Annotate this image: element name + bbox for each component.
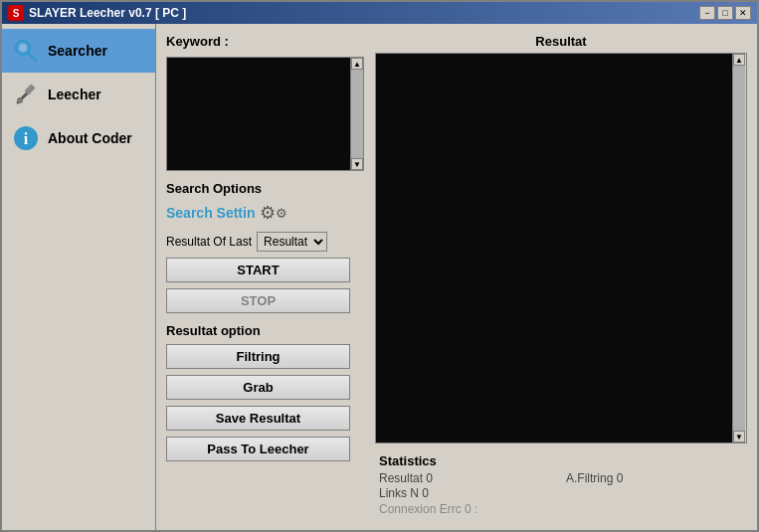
resultat-panel-title: Resultat (375, 34, 747, 49)
sidebar: Searcher Leecher i (2, 24, 156, 530)
sidebar-leecher-label: Leecher (48, 87, 101, 102)
svg-point-3 (21, 46, 25, 50)
stat-afiltring: A.Filtring 0 (566, 471, 743, 485)
sidebar-item-about[interactable]: i About Coder (2, 116, 155, 160)
pass-to-leecher-button[interactable]: Pass To Leecher (166, 437, 350, 461)
filter-button[interactable]: Filtring (166, 344, 350, 369)
right-panel: Resultat ▲ ▼ Statistics Resultat 0 A.Fil… (375, 34, 747, 520)
result-scroll-track (733, 66, 745, 431)
gear-icon-2: ⚙ (276, 206, 287, 221)
scroll-track (351, 70, 363, 158)
keyword-scrollbar[interactable]: ▲ ▼ (350, 57, 364, 171)
search-icon (12, 37, 40, 65)
resultat-of-last-label: Resultat Of Last (166, 235, 252, 249)
svg-point-6 (17, 97, 23, 103)
main-area: Keyword : ▲ ▼ Search Options Search Sett… (156, 24, 757, 530)
app-icon: S (8, 5, 24, 21)
gear-icon: ⚙ (260, 202, 276, 224)
stat-links: Links N 0 (379, 486, 556, 500)
stop-button[interactable]: STOP (166, 288, 350, 313)
start-button[interactable]: START (166, 258, 350, 282)
window-title: SLAYER Leecher v0.7 [ PC ] (29, 6, 186, 20)
resultat-row: Resultat Of Last Resultat (166, 232, 365, 252)
close-button[interactable]: ✕ (735, 6, 751, 20)
result-scroll-down[interactable]: ▼ (733, 431, 745, 443)
title-bar: S SLAYER Leecher v0.7 [ PC ] − □ ✕ (2, 2, 757, 24)
sidebar-item-leecher[interactable]: Leecher (2, 73, 155, 116)
result-scroll-up[interactable]: ▲ (733, 54, 745, 66)
search-settings-link[interactable]: Search Settin (166, 205, 255, 221)
result-scrollbar[interactable]: ▲ ▼ (732, 54, 746, 443)
info-icon: i (12, 124, 40, 152)
sidebar-searcher-label: Searcher (48, 43, 107, 59)
scroll-up-btn[interactable]: ▲ (351, 58, 363, 70)
grab-button[interactable]: Grab (166, 375, 350, 400)
resultat-select[interactable]: Resultat (257, 232, 327, 252)
content-area: Searcher Leecher i (2, 24, 757, 530)
resultat-option-label: Resultat option (166, 323, 365, 338)
stat-connexion-error: Connexion Errc 0 : (379, 502, 743, 516)
svg-text:i: i (24, 130, 29, 147)
statistics-section: Statistics Resultat 0 A.Filtring 0 Links… (375, 449, 747, 520)
sidebar-about-label: About Coder (48, 130, 132, 146)
stats-grid: Resultat 0 A.Filtring 0 Links N 0 Connex… (379, 471, 743, 516)
keyword-label: Keyword : (166, 34, 365, 49)
sidebar-item-searcher[interactable]: Searcher (2, 29, 155, 73)
minimize-button[interactable]: − (699, 6, 715, 20)
main-window: S SLAYER Leecher v0.7 [ PC ] − □ ✕ (0, 0, 759, 532)
maximize-button[interactable]: □ (717, 6, 733, 20)
svg-line-2 (28, 53, 36, 61)
keyword-input-area: ▲ ▼ (166, 57, 365, 171)
scroll-down-btn[interactable]: ▼ (351, 158, 363, 170)
title-bar-buttons: − □ ✕ (699, 6, 751, 20)
keyword-textarea[interactable] (166, 57, 350, 171)
save-resultat-button[interactable]: Save Resultat (166, 406, 350, 431)
tools-icon (12, 81, 40, 108)
left-panel: Keyword : ▲ ▼ Search Options Search Sett… (166, 34, 365, 520)
title-bar-left: S SLAYER Leecher v0.7 [ PC ] (8, 5, 186, 21)
search-options-label: Search Options (166, 181, 365, 196)
search-settings-row: Search Settin ⚙ ⚙ (166, 202, 365, 224)
statistics-title: Statistics (379, 453, 743, 468)
result-display-box: ▲ ▼ (375, 53, 747, 443)
stat-resultat: Resultat 0 (379, 471, 556, 485)
